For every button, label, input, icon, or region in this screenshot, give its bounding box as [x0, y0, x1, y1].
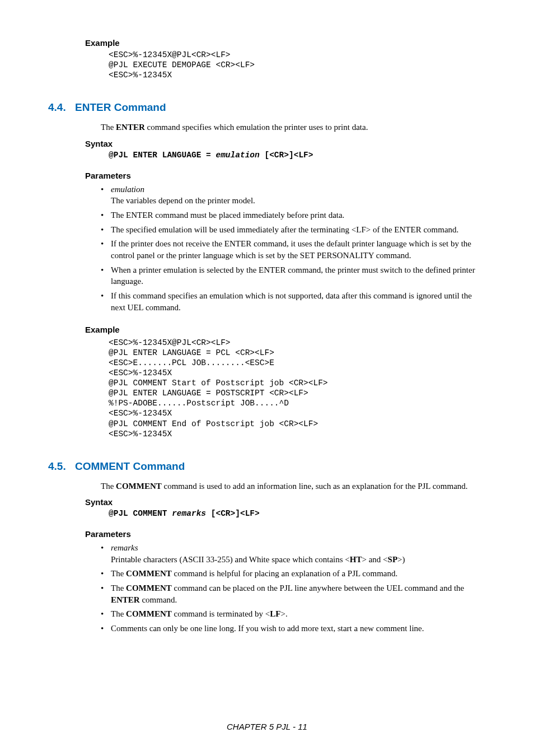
italic-text: emulation	[216, 151, 259, 160]
list-item: The COMMENT command is terminated by <LF…	[101, 608, 486, 620]
list-item: The ENTER command must be placed immedia…	[101, 209, 486, 221]
bold-text: ENTER	[111, 595, 140, 604]
bold-text: COMMENT	[116, 482, 162, 491]
bold-text: LF	[270, 609, 280, 618]
text: The	[101, 123, 116, 132]
italic-text: remarks	[111, 543, 138, 552]
section-number: 4.4.	[48, 101, 75, 114]
list-item: remarks Printable characters (ASCII 33-2…	[101, 542, 486, 565]
text: >.	[280, 609, 287, 618]
syntax-code: @PJL COMMENT remarks [<CR>]<LF>	[109, 509, 486, 518]
text: The	[111, 584, 126, 592]
text: The	[111, 609, 126, 618]
page-footer: CHAPTER 5 PJL - 11	[0, 722, 534, 731]
bold-text: COMMENT	[126, 584, 172, 592]
text: @PJL COMMENT	[109, 509, 172, 518]
text: The variables depend on the printer mode…	[111, 196, 255, 205]
section-title: ENTER Command	[75, 101, 166, 113]
text: The	[111, 569, 126, 578]
bold-text: ENTER	[116, 123, 145, 132]
syntax-heading: Syntax	[85, 497, 486, 507]
text: Printable characters (ASCII 33-255) and …	[111, 555, 350, 564]
intro-text-45: The COMMENT command is used to add an in…	[101, 480, 486, 492]
list-item: The specified emulation will be used imm…	[101, 224, 486, 236]
list-item: Comments can only be one line long. If y…	[101, 623, 486, 634]
section-heading-44: 4.4.ENTER Command	[48, 101, 486, 114]
bold-text: COMMENT	[126, 569, 172, 578]
bold-text: HT	[350, 555, 362, 564]
text: >)	[397, 555, 405, 564]
example-code-block: <ESC>%-12345X@PJL<CR><LF> @PJL EXECUTE D…	[109, 50, 486, 80]
text: > and <	[362, 555, 387, 564]
example-code-block: <ESC>%-12345X@PJL<CR><LF> @PJL ENTER LAN…	[109, 338, 486, 439]
section-heading-45: 4.5.COMMENT Command	[48, 460, 486, 473]
text: [<CR>]<LF>	[206, 509, 260, 518]
text: @PJL ENTER LANGUAGE =	[109, 151, 216, 160]
text: The	[101, 482, 116, 491]
parameters-list-44: emulation The variables depend on the pr…	[101, 184, 486, 314]
syntax-code: @PJL ENTER LANGUAGE = emulation [<CR>]<L…	[109, 151, 486, 160]
section-title: COMMENT Command	[75, 460, 185, 472]
list-item: emulation The variables depend on the pr…	[101, 184, 486, 207]
text: command.	[140, 595, 177, 604]
text: [<CR>]<LF>	[260, 151, 313, 160]
parameters-heading: Parameters	[85, 171, 486, 180]
example-heading: Example	[85, 38, 486, 48]
text: command is used to add an information li…	[162, 482, 468, 491]
syntax-heading: Syntax	[85, 139, 486, 148]
text: command can be placed on the PJL line an…	[172, 584, 464, 592]
text: command is helpful for placing an explan…	[172, 569, 398, 578]
list-item: If this command specifies an emulation w…	[101, 290, 486, 313]
list-item: If the printer does not receive the ENTE…	[101, 238, 486, 261]
section-number: 4.5.	[48, 460, 75, 473]
italic-text: emulation	[111, 185, 144, 194]
parameters-list-45: remarks Printable characters (ASCII 33-2…	[101, 542, 486, 634]
list-item: The COMMENT command can be placed on the…	[101, 582, 486, 605]
text: command specifies which emulation the pr…	[145, 123, 368, 132]
intro-text-44: The ENTER command specifies which emulat…	[101, 122, 486, 133]
bold-text: COMMENT	[126, 609, 172, 618]
text: command is terminated by <	[172, 609, 270, 618]
example-heading: Example	[85, 325, 486, 334]
list-item: The COMMENT command is helpful for placi…	[101, 568, 486, 580]
parameters-heading: Parameters	[85, 529, 486, 539]
italic-text: remarks	[172, 509, 206, 518]
list-item: When a printer emulation is selected by …	[101, 264, 486, 287]
bold-text: SP	[388, 555, 398, 564]
